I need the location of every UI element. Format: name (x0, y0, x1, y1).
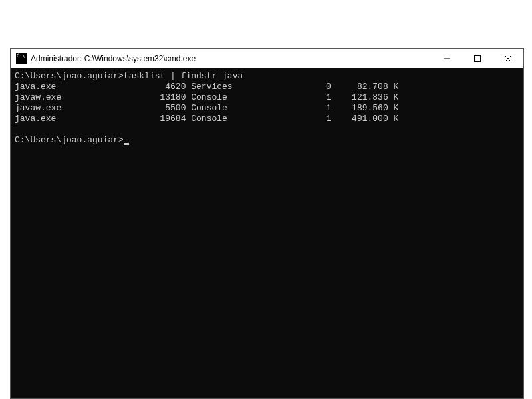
minimize-icon (444, 55, 450, 62)
prompt-line-1: C:\Users\joao.aguiar>tasklist | findstr … (15, 71, 243, 81)
window-title: Administrador: C:\Windows\system32\cmd.e… (31, 54, 432, 63)
prompt-line-2: C:\Users\joao.aguiar> (15, 135, 124, 145)
maximize-button[interactable] (462, 49, 493, 68)
output-row: javaw.exe 5500 Console 1 189.560 K (15, 103, 398, 113)
svg-rect-1 (475, 55, 481, 61)
close-button[interactable] (493, 49, 523, 68)
cmd-icon (16, 53, 27, 64)
maximize-icon (474, 55, 481, 62)
console-area[interactable]: C:\Users\joao.aguiar>tasklist | findstr … (11, 68, 523, 398)
minimize-button[interactable] (432, 49, 462, 68)
close-icon (505, 55, 511, 62)
prompt-text: C:\Users\joao.aguiar> (15, 71, 124, 81)
cursor (124, 143, 129, 145)
output-row: java.exe 4620 Services 0 82.708 K (15, 82, 398, 92)
cmd-window: Administrador: C:\Windows\system32\cmd.e… (10, 48, 524, 399)
titlebar[interactable]: Administrador: C:\Windows\system32\cmd.e… (11, 49, 523, 68)
command-text: tasklist | findstr java (124, 71, 243, 81)
output-row: java.exe 19684 Console 1 491.000 K (15, 114, 398, 124)
output-row: javaw.exe 13180 Console 1 121.836 K (15, 92, 398, 102)
prompt-text: C:\Users\joao.aguiar> (15, 135, 124, 145)
titlebar-controls (432, 49, 523, 68)
